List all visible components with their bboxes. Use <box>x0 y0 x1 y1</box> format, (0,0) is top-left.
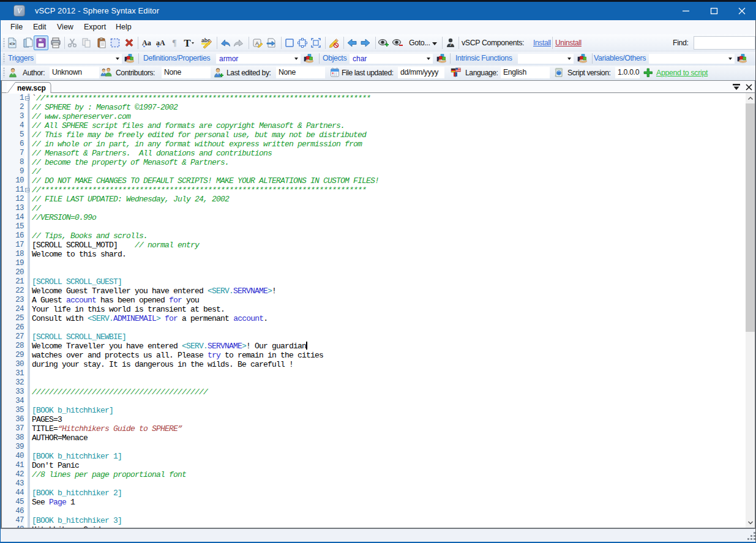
svg-text:A: A <box>255 40 259 47</box>
svg-text:aA: aA <box>156 39 165 47</box>
svg-text:Aa: Aa <box>142 39 151 47</box>
svg-text:<>: <> <box>9 41 15 47</box>
svg-text:¶: ¶ <box>173 39 177 48</box>
svg-text:T: T <box>184 37 191 48</box>
svg-text:?: ? <box>449 42 452 47</box>
